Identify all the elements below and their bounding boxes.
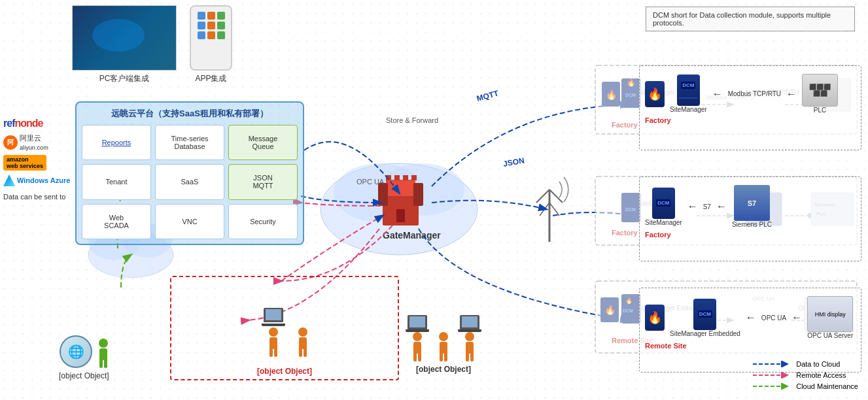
s7-label: S7 [703, 203, 711, 210]
logos-area: refnonde 阿 阿里云aliyun.com amazonweb servi… [3, 118, 70, 201]
opc-ua-label: OPC UA [761, 314, 786, 322]
sm-dcm-2: DCM [656, 199, 670, 207]
fire-icon-2: 🔥 [645, 305, 665, 331]
pc-label: PC客户端集成 [99, 73, 150, 84]
admin-leg-right [104, 360, 107, 368]
app-icon-1 [198, 12, 205, 20]
amazon-logo: amazonweb services [3, 155, 46, 171]
modbus-label: Modbus TCP/RTU [728, 90, 781, 97]
remote-site-label: Remote Site [645, 342, 856, 350]
app-icon-4 [198, 22, 205, 29]
remote-leg-right-1 [418, 354, 421, 361]
sm-label-3: SiteManager Embedded [670, 330, 740, 337]
remote-leg-right-2 [444, 354, 447, 361]
person-body-2 [299, 337, 307, 349]
admin-body [99, 348, 107, 360]
platform-grid: Repoorts Time-seriesDatabase MessageQueu… [82, 125, 298, 239]
opc-server-box: HMI display [807, 296, 853, 332]
legend-cloud-maintenance: Cloud Maintenance [752, 382, 858, 390]
admin-legs [99, 360, 107, 368]
factory1-box: 🔥 DCM SiteManager ← Modbus TCP/RTU ← ⬛⬛⬛… [639, 65, 861, 150]
admin-figures: 🌐 [60, 335, 108, 368]
remote-server: HMI display OPC UA Server [807, 296, 853, 339]
factory1-content: 🔥 DCM SiteManager ← Modbus TCP/RTU ← ⬛⬛⬛… [645, 74, 856, 114]
engineer-person-2 [298, 327, 307, 357]
pc-screenshot-box: PC客户端集成 [72, 5, 177, 84]
person-legs-1 [269, 349, 277, 357]
top-note-text: DCM short for Data collection module, su… [653, 11, 831, 27]
remote-leg-left-1 [413, 354, 417, 361]
factory2-box: DCM SiteManager ← S7 ← S7 Siemens PLC Fa… [639, 176, 861, 261]
remote-leg-left-3 [466, 354, 469, 361]
arrow-right-3: ← [687, 201, 698, 212]
engineer-label: [object Object] [257, 367, 312, 376]
remote-laptop-screen-2 [462, 316, 477, 327]
cell-tenant: Tenant [82, 164, 151, 199]
remote-head-1 [413, 332, 422, 341]
sm-separator-1 [679, 97, 697, 99]
app-icon-row-2 [194, 22, 228, 29]
opc-server-label: OPC UA Server [807, 332, 853, 339]
sm-box-1: DCM [677, 75, 700, 106]
admin-head [99, 339, 108, 348]
person-leg-left-1 [269, 349, 273, 357]
cell-timeseries: Time-seriesDatabase [155, 125, 224, 160]
app-icon-9 [217, 31, 225, 39]
amazon-logo-item: amazonweb services [3, 155, 70, 171]
remote-laptop-2 [460, 315, 479, 329]
sm-box-3: DCM [693, 299, 716, 330]
remote-fire-icon: 🔥 [645, 305, 665, 331]
cell-json-mqtt: JSONMQTT [228, 164, 298, 199]
sm-dcm-1: DCM [681, 82, 695, 89]
sm-box-2: DCM [652, 188, 675, 219]
arrow-right-4: ← [716, 201, 727, 212]
remote-body-3 [466, 342, 474, 354]
legend-data-cloud-label: Data to Cloud [796, 360, 840, 368]
cell-message-queue: MessageQueue [228, 125, 298, 160]
factory1-sitemanager: DCM SiteManager [670, 75, 707, 113]
legend-remote-access-label: Remote Access [796, 371, 846, 379]
remote-body-2 [440, 342, 447, 354]
admin-leg-left [99, 360, 103, 368]
factory2-label: Factory [645, 231, 856, 239]
app-screenshot-box: APP集成 [190, 5, 232, 84]
data-sent-label: Data can be sent to [3, 193, 70, 201]
app-icon-3 [217, 12, 225, 20]
remote-leg-left-2 [440, 354, 443, 361]
factory1-plc: ⬛⬛⬛⬛⬛ PLC [802, 74, 838, 114]
legend-area: Data to Cloud Remote Access Cloud Mainte… [752, 360, 858, 390]
plc-label-1: PLC [814, 107, 826, 114]
laptop-screen-1 [266, 309, 281, 320]
refnonde-logo-item: refnonde [3, 118, 70, 129]
remote-figures [406, 315, 481, 361]
app-label: APP集成 [195, 73, 226, 84]
remote-person-3 [458, 315, 481, 361]
plc-box-1: ⬛⬛⬛⬛⬛ [802, 74, 838, 107]
factory1-protocol: Modbus TCP/RTU [728, 90, 781, 97]
remote-head-3 [465, 332, 474, 341]
app-icon-row-3 [194, 31, 228, 39]
factory2-protocol: S7 [703, 203, 711, 210]
engineer-person-1 [262, 308, 285, 357]
remote-sitemanager: DCM SiteManager Embedded [670, 299, 740, 337]
app-icon-8 [207, 31, 215, 39]
remote-site-content: 🔥 DCM SiteManager Embedded ← OPC UA ← HM… [645, 296, 856, 339]
remote-head-2 [439, 332, 448, 341]
remote-person-2 [439, 332, 448, 361]
remote-figure-2 [439, 332, 448, 361]
cell-reports: Repoorts [82, 125, 151, 160]
reports-link: Repoorts [102, 139, 131, 146]
sm-dcm-3: DCM [698, 310, 712, 318]
app-screen [190, 5, 232, 71]
app-icon-5 [207, 22, 215, 29]
legend-remote-access: Remote Access [752, 371, 858, 379]
factory2-plc: S7 Siemens PLC [732, 185, 772, 228]
person-legs-2 [299, 349, 307, 357]
admin-person [99, 339, 108, 368]
person-body-1 [269, 337, 277, 349]
cell-web-scada: WebSCADA [82, 204, 151, 239]
person-leg-right-2 [304, 349, 307, 357]
aliyun-text: 阿里云aliyun.com [20, 133, 48, 151]
legend-green-line [752, 383, 791, 390]
aliyun-logo-item: 阿 阿里云aliyun.com [3, 133, 70, 151]
